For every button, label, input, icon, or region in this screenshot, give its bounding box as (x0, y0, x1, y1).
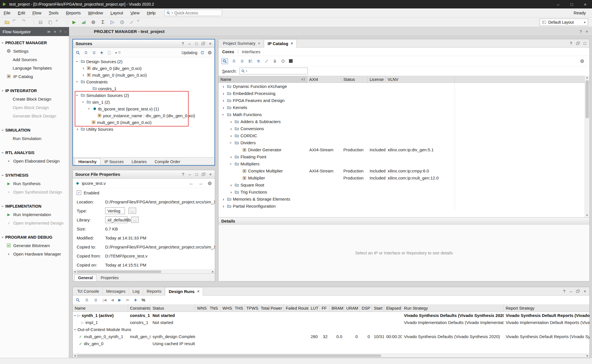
run-icon[interactable]: ▶ (70, 18, 78, 26)
hierarchy-view-icon[interactable] (248, 59, 253, 63)
horizontal-scrollbar[interactable]: ◀ ▶ (73, 270, 215, 273)
maximize-icon[interactable]: □ (195, 41, 198, 46)
catalog-row-multipliers[interactable]: › Multipliers (218, 160, 589, 167)
help-icon[interactable]: ? (580, 29, 582, 34)
gear-icon[interactable] (207, 50, 212, 55)
close-icon[interactable]: × (208, 41, 212, 46)
tab-hierarchy[interactable]: Hierarchy (75, 158, 100, 165)
menu-help[interactable]: Help (143, 9, 159, 17)
help-icon[interactable]: ? (59, 30, 61, 34)
reset-runs-icon[interactable]: |◀ (103, 298, 106, 302)
tree-row-sim-mult-gen-0[interactable]: mult_gen_0 (mult_gen_0.xci) (73, 119, 215, 126)
column-header-constraints[interactable]: Constraints (128, 305, 151, 312)
column-header-status[interactable]: Status (341, 76, 368, 83)
tab-design-runs[interactable]: Design Runs × (165, 287, 203, 296)
view-cores[interactable]: Cores (222, 49, 234, 54)
sources-panel-header[interactable]: Sources ? – □ × (73, 39, 215, 48)
continue-run-icon[interactable]: ▷ (108, 18, 117, 26)
add-sources-icon[interactable]: + (100, 50, 103, 56)
menu-reports[interactable]: Reports (62, 9, 85, 17)
maximize-icon[interactable]: □ (583, 41, 587, 46)
column-header-lut[interactable]: LUT (309, 305, 320, 312)
tree-row-div-gen-0[interactable]: › div_gen_0 (div_gen_0.xci) (73, 65, 215, 72)
tree-row-sim-1[interactable]: › sim_1 (2) (73, 99, 215, 105)
column-header-ff[interactable]: FF (320, 305, 330, 312)
menu-flow[interactable]: Flow (29, 9, 45, 17)
copy-icon[interactable] (46, 18, 54, 26)
catalog-search-input[interactable] (248, 69, 303, 74)
collapse-all-icon[interactable] (85, 298, 89, 302)
menu-file[interactable]: File (0, 9, 14, 17)
refresh-icon[interactable] (200, 50, 205, 55)
quick-access-input[interactable] (174, 11, 217, 15)
chevron-down-icon[interactable]: › (73, 315, 78, 316)
tab-properties[interactable]: Properties (97, 274, 122, 281)
maximize-button[interactable]: □ (565, 0, 578, 8)
column-header-uram[interactable]: URAM (344, 305, 360, 312)
stop-square-icon[interactable] (289, 59, 293, 63)
search-icon[interactable] (76, 50, 80, 55)
type-browse-button[interactable]: … (129, 208, 136, 214)
run-row-ooc-group[interactable]: › Out-of-Context Module Runs (73, 326, 589, 333)
column-header-ths[interactable]: THS (233, 305, 244, 312)
tab-log[interactable]: Log (129, 287, 143, 295)
forward-icon[interactable]: → (198, 181, 203, 186)
enabled-checkbox[interactable]: ✓ (77, 190, 81, 195)
menu-edit[interactable]: Edit (14, 9, 29, 17)
column-header-elapsed[interactable]: Elapsed (384, 305, 402, 312)
catalog-row-dividers[interactable]: › Dividers (218, 139, 589, 146)
redo-icon[interactable]: ↷ (22, 18, 30, 26)
collapse-all-icon[interactable] (84, 50, 88, 55)
edit-pencil-icon[interactable] (127, 18, 136, 26)
column-header-whs[interactable]: WHS (220, 305, 233, 312)
column-header-run-strategy[interactable]: Run Strategy (402, 305, 504, 312)
quick-access-search[interactable]: ▾ (164, 10, 222, 16)
tree-row-tb-ipcore-test[interactable]: › tb_ipcore_test (ipcore_test.v) (1) (73, 105, 215, 112)
catalog-row-partial-reconfiguration[interactable]: › Partial Reconfiguration (218, 203, 589, 210)
tab-libraries[interactable]: Libraries (128, 158, 151, 165)
run-row-impl-1[interactable]: ▷ impl_1 constrs_1 Not started Vivado Im… (73, 319, 589, 326)
save-icon[interactable] (36, 18, 45, 26)
float-icon[interactable] (576, 41, 580, 45)
collapse-all-icon[interactable] (232, 59, 236, 63)
column-header-vlnv[interactable]: VLNV (386, 76, 455, 83)
minimize-icon[interactable]: – (188, 41, 191, 46)
column-header-license[interactable]: License (368, 76, 386, 83)
sidebar-item-run-implementation[interactable]: ▶ Run Implementation (0, 210, 69, 219)
percentage-icon[interactable]: % (142, 298, 145, 302)
catalog-row-square-root[interactable]: › Square Root (218, 181, 589, 188)
help-icon[interactable]: ? (562, 289, 566, 294)
tree-row-utility-sources[interactable]: › Utility Sources (73, 126, 215, 132)
skip-forward-icon[interactable]: ≫ (125, 298, 129, 302)
chevron-down-icon[interactable]: › (73, 329, 78, 330)
tab-ip-catalog[interactable]: IP Catalog × (264, 39, 297, 48)
column-header-tpws[interactable]: TPWS (244, 305, 259, 312)
sidebar-item-language-templates[interactable]: Language Templates (0, 64, 69, 72)
tree-row-your-instance-name[interactable]: your_instance_name : div_gen_0 (div_gen_… (73, 112, 215, 119)
help-icon[interactable]: ? (569, 41, 573, 46)
sidebar-item-run-simulation[interactable]: Run Simulation (0, 134, 69, 143)
type-select[interactable]: Verilog (105, 207, 125, 214)
search-icon[interactable] (221, 58, 228, 64)
flow-steps-icon[interactable] (79, 18, 88, 26)
menu-icon[interactable]: ≡ (54, 30, 56, 34)
scroll-down-icon[interactable]: ▼ (586, 214, 588, 217)
sidebar-item-create-block-design[interactable]: Create Block Design (0, 95, 69, 103)
float-icon[interactable] (201, 42, 205, 46)
section-header-implementation[interactable]: › IMPLEMENTATION (0, 202, 69, 210)
tab-ip-sources[interactable]: IP Sources (101, 158, 127, 165)
section-header-rtl-analysis[interactable]: › RTL ANALYSIS (0, 149, 69, 157)
help-icon[interactable]: ? (181, 172, 185, 177)
customize-wrench-icon[interactable] (264, 59, 269, 63)
launch-runs-icon[interactable]: ▶ (118, 298, 121, 302)
tree-row-design-sources[interactable]: › Design Sources (2) (73, 58, 215, 65)
close-icon[interactable]: × (583, 289, 587, 294)
column-header-failed-routes[interactable]: Failed Routes (284, 305, 309, 312)
catalog-row-fpga-features[interactable]: › FPGA Features and Design (218, 97, 589, 104)
gear-icon[interactable] (207, 181, 212, 186)
catalog-search-box[interactable]: ▾ (239, 68, 308, 74)
menu-tools[interactable]: Tools (45, 9, 62, 17)
tree-row-constrs-1[interactable]: constrs_1 (73, 85, 215, 92)
column-header-start[interactable]: Start (372, 305, 384, 312)
catalog-row-math-functions[interactable]: › Math Functions (218, 111, 589, 118)
